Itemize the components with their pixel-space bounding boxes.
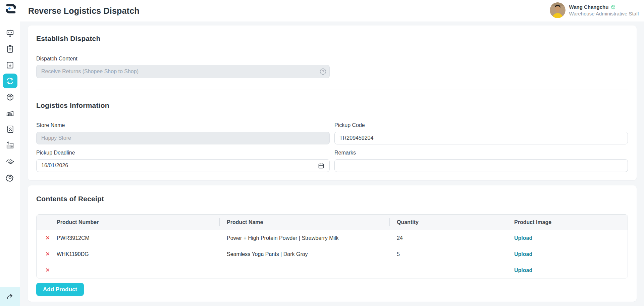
cell-product-name: Seamless Yoga Pants | Dark Gray bbox=[219, 251, 389, 257]
header-cell-product-name: Product Name bbox=[219, 215, 389, 230]
remarks-label: Remarks bbox=[334, 150, 356, 156]
settings-gear-icon bbox=[6, 173, 14, 182]
sidebar-item-contacts[interactable] bbox=[3, 122, 17, 137]
header-cell-quantity: Quantity bbox=[389, 215, 507, 230]
table-header-row: Product Number Product Name Quantity Pro… bbox=[37, 215, 628, 230]
receipt-card: Contents of Receipt Product Number Produ… bbox=[28, 185, 637, 302]
warehouse-icon bbox=[6, 109, 14, 118]
pickup-code-input[interactable] bbox=[334, 132, 628, 144]
cell-product-number: PWR3912CM bbox=[51, 235, 219, 241]
receipt-table: Product Number Product Name Quantity Pro… bbox=[36, 214, 628, 278]
sidebar-item-settings[interactable] bbox=[3, 170, 17, 185]
pickup-deadline-input[interactable] bbox=[36, 159, 330, 172]
table-row: ✕ WHK1190DG Seamless Yoga Pants | Dark G… bbox=[37, 246, 628, 262]
handshake-icon bbox=[6, 157, 14, 166]
calendar-icon[interactable] bbox=[318, 162, 325, 169]
pickup-deadline-label: Pickup Deadline bbox=[36, 150, 75, 156]
header-cell-product-number: Product Number bbox=[51, 215, 219, 230]
cell-product-number: WHK1190DG bbox=[51, 251, 219, 257]
remarks-input[interactable] bbox=[334, 159, 628, 172]
app-logo[interactable] bbox=[3, 2, 17, 15]
cell-product-name: Power + High Protein Powder | Strawberry… bbox=[219, 235, 389, 241]
sidebar-item-dashboard[interactable] bbox=[3, 26, 17, 41]
sidebar-item-reverse-logistics[interactable] bbox=[3, 74, 17, 88]
question-circle-icon[interactable]: ? bbox=[319, 68, 327, 76]
sidebar-item-partners[interactable] bbox=[3, 154, 17, 169]
store-name-label: Store Name bbox=[36, 122, 65, 128]
user-chip[interactable]: Wang Changchu Warehouse Administrative S… bbox=[550, 2, 639, 18]
sidebar-item-billing[interactable] bbox=[3, 138, 17, 153]
header-cell-delete bbox=[37, 215, 51, 230]
delete-row-button[interactable]: ✕ bbox=[44, 250, 51, 258]
dispatch-content-input[interactable] bbox=[36, 65, 330, 78]
svg-text:?: ? bbox=[322, 70, 324, 74]
sidebar-divider bbox=[3, 21, 17, 21]
add-product-button[interactable]: Add Product bbox=[36, 283, 84, 296]
billing-invoice-icon bbox=[6, 141, 14, 150]
reverse-sync-icon bbox=[6, 77, 14, 85]
user-role: Warehouse Administrative Staff bbox=[569, 11, 639, 16]
logistics-information-heading: Logistics Information bbox=[36, 101, 109, 110]
sidebar bbox=[0, 0, 20, 306]
package-green-icon bbox=[610, 4, 616, 10]
sidebar-item-warehouse[interactable] bbox=[3, 106, 17, 121]
avatar bbox=[550, 2, 566, 18]
dispatch-card: Establish Dispatch Dispatch Content ? Lo… bbox=[28, 26, 637, 180]
contents-of-receipt-heading: Contents of Receipt bbox=[36, 195, 104, 203]
cell-quantity: 24 bbox=[389, 235, 507, 241]
page-title: Reverse Logistics Dispatch bbox=[28, 0, 140, 21]
inbound-box-icon bbox=[6, 61, 14, 70]
user-name: Wang Changchu bbox=[569, 4, 609, 10]
header-cell-product-image: Product Image bbox=[507, 215, 628, 230]
sidebar-collapse-button[interactable] bbox=[0, 287, 20, 306]
pickup-code-label: Pickup Code bbox=[334, 122, 365, 128]
sidebar-item-tasks[interactable] bbox=[3, 42, 17, 56]
dashboard-board-icon bbox=[6, 29, 14, 38]
upload-link[interactable]: Upload bbox=[514, 251, 532, 257]
upload-link[interactable]: Upload bbox=[514, 235, 532, 241]
dispatch-content-label: Dispatch Content bbox=[36, 56, 77, 62]
package-icon bbox=[6, 93, 14, 101]
sidebar-item-products[interactable] bbox=[3, 90, 17, 104]
table-row: ✕ PWR3912CM Power + High Protein Powder … bbox=[37, 230, 628, 246]
main-content: Establish Dispatch Dispatch Content ? Lo… bbox=[20, 21, 644, 306]
contacts-book-icon bbox=[6, 125, 14, 134]
table-row: ✕ Upload bbox=[37, 262, 628, 278]
section-divider bbox=[36, 89, 628, 89]
page: Reverse Logistics Dispatch bbox=[0, 0, 644, 306]
user-text: Wang Changchu Warehouse Administrative S… bbox=[569, 4, 639, 16]
upload-link[interactable]: Upload bbox=[514, 267, 532, 273]
cell-quantity: 5 bbox=[389, 251, 507, 257]
top-header: Reverse Logistics Dispatch bbox=[20, 0, 644, 21]
delete-row-button[interactable]: ✕ bbox=[44, 266, 51, 274]
collapse-arrow-icon bbox=[6, 292, 14, 301]
sidebar-item-inbound[interactable] bbox=[3, 58, 17, 73]
store-name-input[interactable] bbox=[36, 132, 330, 144]
s-spark-logo-icon bbox=[3, 2, 17, 15]
establish-dispatch-heading: Establish Dispatch bbox=[36, 35, 100, 43]
clipboard-icon bbox=[6, 45, 14, 53]
delete-row-button[interactable]: ✕ bbox=[44, 234, 51, 242]
